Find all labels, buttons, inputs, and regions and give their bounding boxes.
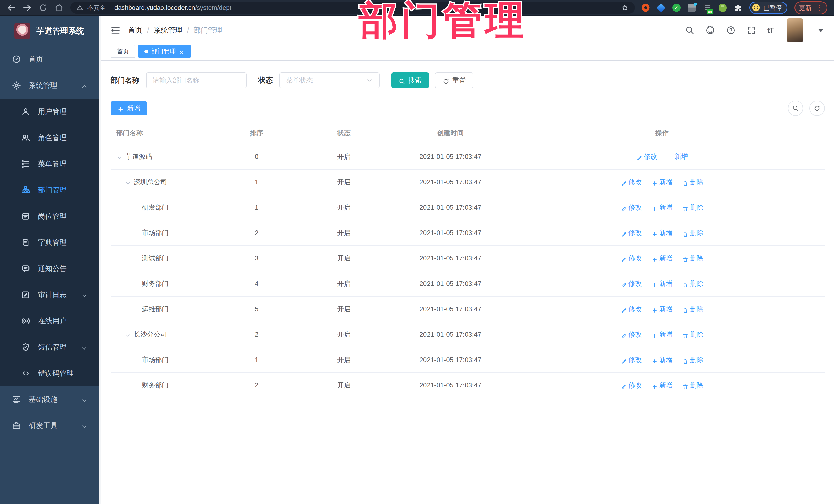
- browser-reload-icon[interactable]: [39, 3, 48, 12]
- extension-orange-icon[interactable]: [641, 4, 650, 12]
- action-label: 删除: [690, 279, 703, 288]
- action-删除[interactable]: 删除: [682, 355, 703, 365]
- help-icon[interactable]: [726, 26, 736, 35]
- breadcrumb-item[interactable]: 系统管理: [154, 25, 182, 35]
- column-header-操作: 操作: [516, 122, 808, 144]
- app-logo-row[interactable]: 芋道管理系统: [0, 16, 101, 46]
- close-icon[interactable]: [179, 48, 184, 54]
- fullscreen-icon[interactable]: [747, 26, 756, 35]
- action-修改[interactable]: 修改: [621, 178, 642, 187]
- action-修改[interactable]: 修改: [621, 381, 642, 390]
- extensions-puzzle-icon[interactable]: [734, 4, 742, 12]
- extension-android-icon[interactable]: [719, 4, 727, 12]
- browser-back-icon[interactable]: [7, 3, 16, 12]
- browser-menu-icon[interactable]: ⋮: [815, 4, 823, 12]
- browser-profile-chip[interactable]: 已暂停: [749, 2, 787, 14]
- trash-icon: [682, 255, 688, 262]
- extension-list-on-icon[interactable]: [703, 4, 711, 12]
- action-删除[interactable]: 删除: [682, 254, 703, 263]
- refresh-button[interactable]: [809, 101, 825, 116]
- sidebar-item-用户管理[interactable]: 用户管理: [0, 98, 99, 125]
- action-新增[interactable]: 新增: [652, 254, 673, 263]
- address-bar[interactable]: 不安全 dashboard.yudao.iocoder.cn/system/de…: [70, 2, 635, 14]
- sidebar-item-系统管理[interactable]: 系统管理: [0, 72, 99, 98]
- sidebar-item-首页[interactable]: 首页: [0, 46, 99, 72]
- action-新增[interactable]: 新增: [652, 178, 673, 187]
- action-新增[interactable]: 新增: [652, 203, 673, 212]
- sidebar-item-基础设施[interactable]: 基础设施: [0, 387, 99, 413]
- sidebar-item-短信管理[interactable]: 短信管理: [0, 334, 99, 360]
- action-新增[interactable]: 新增: [652, 355, 673, 365]
- action-新增[interactable]: 新增: [652, 228, 673, 237]
- sidebar-item-菜单管理[interactable]: 菜单管理: [0, 151, 99, 177]
- hamburger-icon[interactable]: [111, 25, 120, 35]
- tab-部门管理[interactable]: 部门管理: [138, 45, 191, 58]
- action-修改[interactable]: 修改: [621, 330, 642, 339]
- action-删除[interactable]: 删除: [682, 305, 703, 313]
- sidebar-item-审计日志[interactable]: 审计日志: [0, 282, 99, 308]
- row-actions: 修改新增: [516, 152, 808, 161]
- extension-squares-icon[interactable]: [688, 4, 696, 12]
- sidebar-item-岗位管理[interactable]: 岗位管理: [0, 203, 99, 229]
- avatar-caret-down-icon[interactable]: [818, 29, 824, 32]
- breadcrumb-item[interactable]: 首页: [128, 25, 142, 35]
- action-删除[interactable]: 删除: [682, 203, 703, 212]
- dept-name: 运维部门: [142, 305, 169, 313]
- sidebar-item-在线用户[interactable]: 在线用户: [0, 308, 99, 334]
- sidebar-item-label: 角色管理: [38, 133, 67, 143]
- action-修改[interactable]: 修改: [621, 254, 642, 263]
- action-新增[interactable]: 新增: [667, 152, 688, 161]
- row-actions: 修改新增删除: [516, 305, 808, 313]
- action-修改[interactable]: 修改: [621, 203, 642, 212]
- github-icon[interactable]: [706, 26, 715, 35]
- sidebar-item-研发工具[interactable]: 研发工具: [0, 413, 99, 439]
- extension-gem-icon[interactable]: [656, 3, 665, 12]
- font-size-icon[interactable]: tT: [767, 26, 773, 35]
- table-tools: [788, 101, 825, 116]
- sidebar-item-字典管理[interactable]: 字典管理: [0, 229, 99, 256]
- add-button[interactable]: 新增: [111, 101, 147, 115]
- expand-toggle-icon[interactable]: [116, 153, 123, 160]
- action-修改[interactable]: 修改: [621, 228, 642, 237]
- security-warning-icon[interactable]: [76, 4, 83, 11]
- sidebar-item-部门管理[interactable]: 部门管理: [0, 177, 99, 203]
- trash-icon: [682, 382, 688, 389]
- sidebar-item-角色管理[interactable]: 角色管理: [0, 125, 99, 151]
- action-删除[interactable]: 删除: [682, 381, 703, 390]
- search-button-label: 搜索: [408, 76, 422, 85]
- extension-check-icon[interactable]: ✓: [672, 4, 681, 12]
- action-修改[interactable]: 修改: [621, 355, 642, 365]
- edit-icon: [621, 357, 627, 363]
- action-删除[interactable]: 删除: [682, 279, 703, 288]
- expand-toggle-icon[interactable]: [125, 331, 131, 338]
- toggle-search-button[interactable]: [788, 101, 803, 116]
- action-删除[interactable]: 删除: [682, 330, 703, 339]
- action-新增[interactable]: 新增: [652, 330, 673, 339]
- user-avatar[interactable]: [787, 19, 803, 42]
- action-新增[interactable]: 新增: [652, 305, 673, 313]
- action-新增[interactable]: 新增: [652, 279, 673, 288]
- plus-icon: [652, 255, 658, 262]
- dept-name-label: 部门名称: [111, 75, 139, 85]
- tab-首页[interactable]: 首页: [111, 45, 135, 58]
- action-修改[interactable]: 修改: [636, 152, 657, 161]
- search-button[interactable]: 搜索: [391, 72, 429, 88]
- action-删除[interactable]: 删除: [682, 228, 703, 237]
- search-icon[interactable]: [685, 26, 695, 35]
- browser-home-icon[interactable]: [54, 3, 64, 12]
- action-修改[interactable]: 修改: [621, 305, 642, 313]
- browser-update-button[interactable]: 更新 ⋮: [794, 1, 827, 14]
- expand-toggle-icon[interactable]: [125, 179, 131, 185]
- bookmark-star-icon[interactable]: [621, 4, 629, 12]
- action-删除[interactable]: 删除: [682, 178, 703, 187]
- reset-button[interactable]: 重置: [435, 72, 474, 88]
- sidebar-item-错误码管理[interactable]: 错误码管理: [0, 360, 99, 387]
- action-新增[interactable]: 新增: [652, 381, 673, 390]
- action-修改[interactable]: 修改: [621, 279, 642, 288]
- row-actions: 修改新增删除: [516, 178, 808, 187]
- sidebar-item-通知公告[interactable]: 通知公告: [0, 256, 99, 282]
- status-select[interactable]: 菜单状态: [280, 72, 379, 88]
- sidebar-item-label: 部门管理: [38, 185, 67, 195]
- dept-name-input[interactable]: [146, 72, 247, 88]
- browser-forward-icon[interactable]: [23, 3, 32, 12]
